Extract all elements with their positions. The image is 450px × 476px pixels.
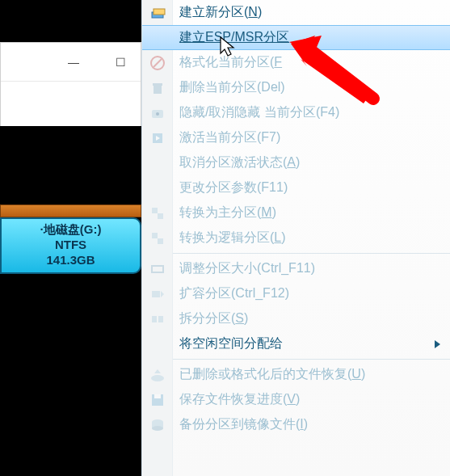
menu-item-8: 转换为主分区(M) — [142, 200, 450, 225]
menu-item-label: 将空闲空间分配给 — [179, 335, 283, 352]
disk-size: 141.3GB — [2, 253, 140, 268]
svg-rect-13 — [158, 238, 163, 244]
menu-item-label: 已删除或格式化后的文件恢复(U) — [179, 366, 365, 383]
menu-item-4: 隐藏/取消隐藏 当前分区(F4) — [142, 100, 450, 125]
menu-separator — [173, 253, 450, 254]
svg-rect-21 — [154, 394, 161, 398]
disk-partition-box[interactable]: ·地磁盘(G:) NTFS 141.3GB — [0, 217, 141, 274]
menu-item-14[interactable]: 将空闲空间分配给 — [142, 331, 450, 356]
svg-rect-12 — [152, 233, 158, 238]
menu-item-label: 建立ESP/MSR分区 — [179, 29, 289, 46]
delete-icon — [149, 79, 166, 97]
menu-item-6: 取消分区激活状态(A) — [142, 150, 450, 175]
svg-point-7 — [156, 112, 159, 116]
menu-item-label: 激活当前分区(F7) — [179, 129, 280, 146]
recover-icon — [149, 366, 166, 384]
menu-item-11: 调整分区大小(Ctrl_F11) — [142, 256, 450, 281]
menu-item-13: 拆分分区(S) — [142, 306, 450, 331]
menu-item-label: 转换为逻辑分区(L) — [179, 230, 286, 246]
menu-item-1[interactable]: 建立ESP/MSR分区 — [142, 25, 450, 50]
disk-label: ·地磁盘(G:) — [2, 222, 140, 238]
disk-fs: NTFS — [2, 238, 140, 253]
svg-rect-4 — [154, 86, 162, 94]
menu-item-label: 隐藏/取消隐藏 当前分区(F4) — [179, 104, 339, 121]
layers-icon — [149, 4, 166, 22]
menu-item-label: 调整分区大小(Ctrl_F11) — [179, 260, 315, 277]
svg-rect-15 — [152, 291, 160, 297]
blank-icon — [149, 179, 166, 197]
expand-icon — [149, 285, 166, 303]
blank-icon — [149, 335, 166, 353]
menu-item-label: 转换为主分区(M) — [179, 204, 276, 221]
menu-item-2: 格式化当前分区(F — [142, 50, 450, 75]
maximize-button[interactable]: ☐ — [108, 53, 132, 72]
forbid-icon — [149, 54, 166, 72]
menu-item-7: 更改分区参数(F11) — [142, 175, 450, 200]
svg-rect-11 — [158, 213, 163, 219]
menu-item-3: 删除当前分区(Del) — [142, 75, 450, 100]
svg-point-19 — [151, 375, 164, 381]
hide-icon — [149, 104, 166, 122]
left-pane: — ☐ ·地磁盘(G:) NTFS 141.3GB — [0, 0, 141, 476]
save-icon — [149, 391, 166, 409]
menu-item-label: 备份分区到镜像文件(I) — [179, 416, 308, 433]
menu-item-0[interactable]: 建立新分区(N) — [142, 0, 450, 25]
convert-icon — [149, 204, 166, 222]
svg-rect-5 — [153, 83, 162, 86]
svg-line-3 — [154, 59, 162, 67]
menu-item-label: 建立新分区(N) — [179, 4, 262, 21]
menu-item-label: 更改分区参数(F11) — [179, 179, 288, 196]
svg-rect-14 — [152, 266, 163, 272]
menu-item-18: 备份分区到镜像文件(I) — [142, 412, 450, 437]
svg-marker-16 — [161, 291, 164, 297]
split-icon — [149, 310, 166, 328]
menu-item-label: 删除当前分区(Del) — [179, 79, 285, 96]
menu-item-16: 已删除或格式化后的文件恢复(U) — [142, 362, 450, 387]
minimize-button[interactable]: — — [61, 53, 86, 72]
svg-point-24 — [152, 426, 163, 431]
context-menu: 建立新分区(N)建立ESP/MSR分区格式化当前分区(F删除当前分区(Del)隐… — [141, 0, 450, 476]
chevron-right-icon — [435, 340, 440, 348]
menu-item-label: 保存文件恢复进度(V) — [179, 391, 300, 408]
menu-item-5: 激活当前分区(F7) — [142, 125, 450, 150]
menu-item-17: 保存文件恢复进度(V) — [142, 387, 450, 412]
blank-icon — [149, 154, 166, 172]
left-black-top — [0, 0, 141, 42]
left-black-body — [0, 126, 144, 476]
menu-item-label: 扩容分区(Ctrl_F12) — [179, 285, 289, 302]
convert-icon — [149, 230, 166, 247]
activate-icon — [149, 129, 166, 147]
svg-rect-10 — [152, 208, 158, 213]
svg-rect-17 — [152, 316, 157, 322]
svg-rect-18 — [158, 316, 163, 322]
resize-icon — [149, 260, 166, 278]
menu-item-label: 取消分区激活状态(A) — [179, 154, 300, 171]
svg-rect-1 — [154, 9, 165, 15]
blank-icon — [149, 29, 166, 47]
menu-item-label: 格式化当前分区(F — [179, 54, 282, 71]
backup-icon — [149, 416, 166, 434]
title-bar: — ☐ — [1, 43, 141, 82]
menu-separator — [173, 359, 450, 360]
menu-item-12: 扩容分区(Ctrl_F12) — [142, 281, 450, 306]
disk-header-strip — [0, 204, 141, 217]
menu-item-label: 拆分分区(S) — [179, 310, 248, 327]
menu-item-9: 转换为逻辑分区(L) — [142, 225, 450, 251]
